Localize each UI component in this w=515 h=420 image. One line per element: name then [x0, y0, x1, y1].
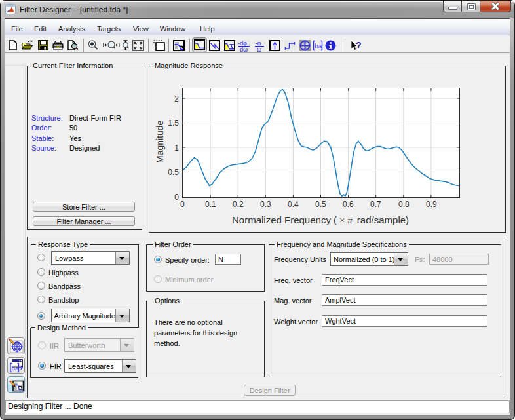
- svg-text:-φ: -φ: [256, 40, 261, 47]
- svg-text:-dφ: -dφ: [238, 40, 247, 47]
- svg-text:?: ?: [356, 40, 362, 50]
- svg-text:ba: ba: [315, 43, 322, 50]
- svg-text:ba: ba: [12, 364, 19, 372]
- svg-text:ω: ω: [257, 47, 261, 52]
- svg-text:dω: dω: [240, 47, 248, 52]
